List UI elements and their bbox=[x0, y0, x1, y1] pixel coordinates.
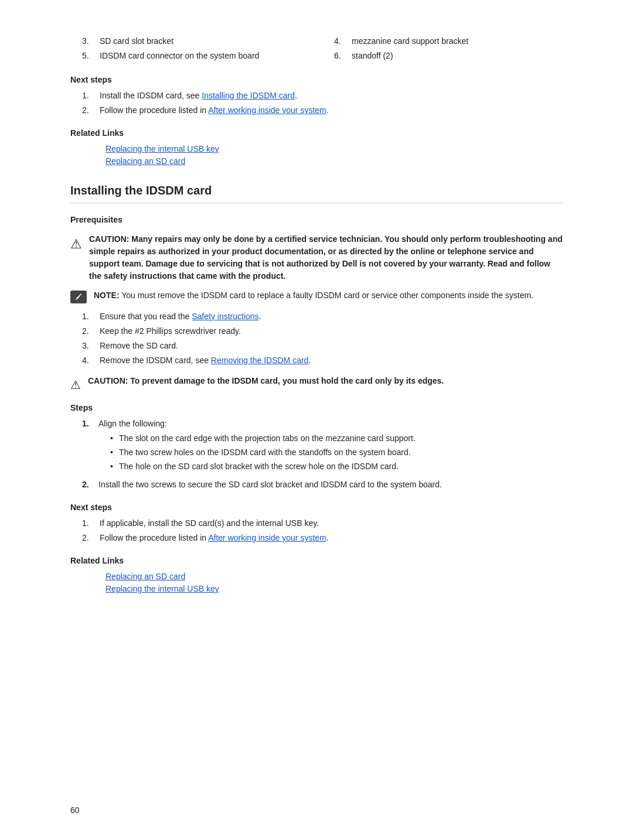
prereq-step-4: 4. Remove the IDSDM card, see Removing t… bbox=[70, 354, 563, 367]
next-step-2-2-tail: . bbox=[326, 533, 329, 542]
caution-icon-1: ⚠ bbox=[70, 234, 82, 254]
note-text: NOTE: You must remove the IDSDM card to … bbox=[94, 289, 533, 302]
removing-idsdm-link[interactable]: Removing the IDSDM card bbox=[211, 356, 309, 365]
related-link-2-0[interactable]: Replacing an SD card bbox=[106, 571, 563, 583]
related-links-label-2: Related Links bbox=[70, 555, 563, 567]
next-step-2-2-text: Follow the procedure listed in bbox=[100, 533, 208, 542]
pencil-icon bbox=[74, 293, 83, 301]
caution-icon-2: ⚠ bbox=[70, 376, 81, 394]
list-text-6: standoff (2) bbox=[352, 50, 393, 62]
related-links-2: Replacing an SD card Replacing the inter… bbox=[70, 571, 563, 595]
step-1-text: Align the following: bbox=[98, 419, 167, 428]
step-1-content: Align the following: The slot on the car… bbox=[98, 418, 416, 475]
step-2: 2. Install the two screws to secure the … bbox=[70, 479, 563, 491]
step-1-num: 1. bbox=[82, 418, 91, 475]
related-links-label-1: Related Links bbox=[70, 127, 563, 139]
next-step-2-1: 1. If applicable, install the SD card(s)… bbox=[70, 517, 563, 530]
safety-instructions-link[interactable]: Safety instructions bbox=[192, 312, 258, 321]
list-text-3: SD card slot bracket bbox=[100, 35, 173, 47]
list-item-5: 5. IDSDM card connector on the system bo… bbox=[82, 50, 311, 62]
list-num-6: 6. bbox=[334, 50, 345, 62]
list-item-6: 6. standoff (2) bbox=[334, 50, 563, 62]
next-steps-list-1: 1. Install the IDSDM card, see Installin… bbox=[70, 90, 563, 117]
bullet-1-text: The slot on the card edge with the proje… bbox=[119, 432, 416, 445]
page: 3. SD card slot bracket 4. mezzanine car… bbox=[0, 0, 633, 840]
prereq-step-1-text: Ensure that you read the bbox=[100, 312, 192, 321]
after-working-link-1[interactable]: After working inside your system bbox=[208, 105, 326, 115]
bullet-3: The hole on the SD card slot bracket wit… bbox=[110, 460, 416, 473]
next-step-1-1: 1. Install the IDSDM card, see Installin… bbox=[70, 90, 563, 102]
list-item-4: 4. mezzanine card support bracket bbox=[334, 35, 563, 47]
prereq-step-2: 2. Keep the #2 Phillips screwdriver read… bbox=[70, 325, 563, 337]
next-step-2-1-text: If applicable, install the SD card(s) an… bbox=[100, 517, 319, 530]
prerequisites-label: Prerequisites bbox=[70, 214, 563, 226]
section2-heading: Installing the IDSDM card bbox=[70, 182, 563, 203]
top-list: 3. SD card slot bracket 4. mezzanine car… bbox=[70, 35, 563, 62]
page-number: 60 bbox=[70, 804, 80, 817]
caution-box-1: ⚠ CAUTION: Many repairs may only be done… bbox=[70, 233, 563, 282]
installing-idsdm-link-1[interactable]: Installing the IDSDM card bbox=[202, 91, 295, 100]
list-text-5: IDSDM card connector on the system board bbox=[100, 50, 259, 62]
next-steps-label-1: Next steps bbox=[70, 74, 563, 86]
step-1: 1. Align the following: The slot on the … bbox=[70, 418, 563, 475]
caution-box-2: ⚠ CAUTION: To prevent damage to the IDSD… bbox=[70, 375, 563, 394]
list-text-4: mezzanine card support bracket bbox=[352, 35, 468, 47]
next-step-1-1-text: Install the IDSDM card, see bbox=[100, 91, 202, 100]
after-working-link-2[interactable]: After working inside your system bbox=[208, 533, 326, 542]
list-num-5: 5. bbox=[82, 50, 93, 62]
prereq-step-2-text: Keep the #2 Phillips screwdriver ready. bbox=[100, 325, 241, 337]
prereq-step-3-text: Remove the SD card. bbox=[100, 340, 178, 352]
steps-label: Steps bbox=[70, 402, 563, 414]
step-1-bullets: The slot on the card edge with the proje… bbox=[98, 432, 416, 473]
related-link-1-0[interactable]: Replacing the internal USB key bbox=[106, 143, 563, 155]
note-box: NOTE: You must remove the IDSDM card to … bbox=[70, 289, 563, 303]
next-step-1-2: 2. Follow the procedure listed in After … bbox=[70, 104, 563, 117]
step-2-num: 2. bbox=[82, 479, 91, 491]
note-body: You must remove the IDSDM card to replac… bbox=[120, 291, 534, 300]
step-2-text: Install the two screws to secure the SD … bbox=[98, 479, 442, 491]
list-num-3: 3. bbox=[82, 35, 93, 47]
prereq-steps-list: 1. Ensure that you read the Safety instr… bbox=[70, 310, 563, 367]
caution-text-2: CAUTION: To prevent damage to the IDSDM … bbox=[88, 375, 444, 387]
next-steps-label-2: Next steps bbox=[70, 501, 563, 514]
prereq-step-1-tail: . bbox=[259, 312, 261, 321]
prereq-step-4-tail: . bbox=[308, 356, 311, 365]
bullet-1: The slot on the card edge with the proje… bbox=[110, 432, 416, 445]
caution-text-1: CAUTION: Many repairs may only be done b… bbox=[89, 233, 563, 282]
prereq-step-3: 3. Remove the SD card. bbox=[70, 340, 563, 352]
prereq-step-1: 1. Ensure that you read the Safety instr… bbox=[70, 310, 563, 323]
note-icon bbox=[70, 291, 87, 303]
bullet-2: The two screw holes on the IDSDM card wi… bbox=[110, 446, 416, 459]
next-step-1-2-text: Follow the procedure listed in bbox=[100, 105, 208, 115]
list-item-3: 3. SD card slot bracket bbox=[82, 35, 311, 47]
related-links-1: Replacing the internal USB key Replacing… bbox=[70, 143, 563, 168]
list-num-4: 4. bbox=[334, 35, 345, 47]
bullet-3-text: The hole on the SD card slot bracket wit… bbox=[119, 460, 399, 473]
next-step-1-2-tail: . bbox=[326, 105, 329, 115]
related-link-2-1[interactable]: Replacing the internal USB key bbox=[106, 583, 563, 595]
steps-list: 1. Align the following: The slot on the … bbox=[70, 418, 563, 491]
next-step-2-2: 2. Follow the procedure listed in After … bbox=[70, 532, 563, 544]
next-steps-list-2: 1. If applicable, install the SD card(s)… bbox=[70, 517, 563, 544]
bullet-2-text: The two screw holes on the IDSDM card wi… bbox=[119, 446, 411, 459]
prereq-step-4-text: Remove the IDSDM card, see bbox=[100, 356, 211, 365]
next-step-1-1-tail: . bbox=[295, 91, 297, 100]
note-prefix: NOTE: bbox=[94, 291, 120, 300]
related-link-1-1[interactable]: Replacing an SD card bbox=[106, 155, 563, 168]
